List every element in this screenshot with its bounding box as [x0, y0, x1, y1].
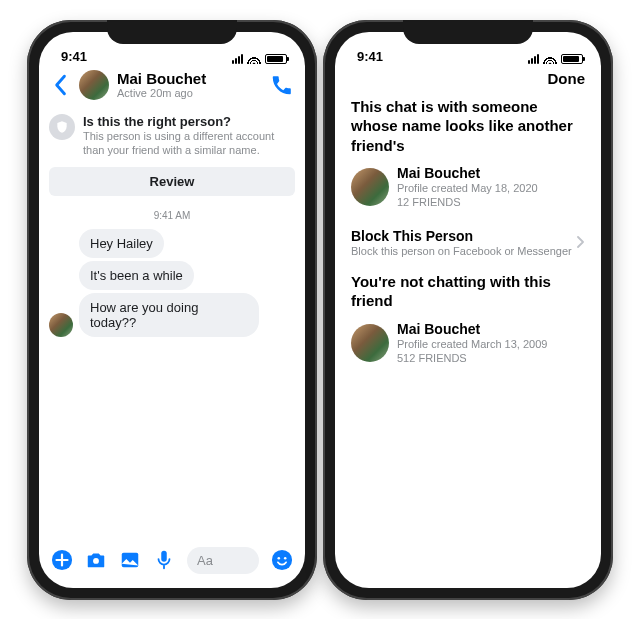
screen-chat: 9:41 Mai Bouchet Active 20m ago	[39, 32, 305, 588]
person-created: Profile created May 18, 2020	[397, 181, 538, 195]
block-title: Block This Person	[351, 228, 572, 244]
mic-button[interactable]	[153, 549, 175, 571]
message-row: It's been a while	[49, 261, 295, 290]
cellular-icon	[528, 54, 539, 64]
person-real[interactable]: Mai Bouchet Profile created March 13, 20…	[351, 321, 585, 366]
person-friends: 512 FRIENDS	[397, 351, 547, 365]
avatar[interactable]	[49, 313, 73, 337]
wifi-icon	[247, 54, 261, 64]
warning-subtitle: This person is using a different account…	[83, 129, 295, 158]
chevron-right-icon	[577, 234, 585, 252]
composer: Aa	[39, 539, 305, 588]
person-name: Mai Bouchet	[397, 165, 538, 181]
person-name: Mai Bouchet	[397, 321, 547, 337]
contact-name: Mai Bouchet	[117, 70, 263, 87]
contact-presence: Active 20m ago	[117, 87, 263, 100]
screen-detail: 9:41 Done This chat is with someone whos…	[335, 32, 601, 588]
block-subtitle: Block this person on Facebook or Messeng…	[351, 244, 572, 258]
back-button[interactable]	[49, 74, 71, 96]
notch	[107, 20, 237, 44]
message-input[interactable]: Aa	[187, 547, 259, 574]
status-right	[232, 54, 287, 64]
avatar[interactable]	[79, 70, 109, 100]
battery-icon	[561, 54, 583, 64]
message-bubble[interactable]: Hey Hailey	[79, 229, 164, 258]
phone-left: 9:41 Mai Bouchet Active 20m ago	[27, 20, 317, 600]
cellular-icon	[232, 54, 243, 64]
review-button[interactable]: Review	[49, 167, 295, 196]
section-title: This chat is with someone whose name loo…	[351, 97, 585, 156]
header-text[interactable]: Mai Bouchet Active 20m ago	[117, 70, 263, 100]
message-bubble[interactable]: How are you doing today??	[79, 293, 259, 337]
message-bubble[interactable]: It's been a while	[79, 261, 194, 290]
svg-point-6	[284, 557, 287, 560]
shield-icon	[49, 114, 75, 140]
impersonation-warning: Is this the right person? This person is…	[39, 108, 305, 158]
gallery-button[interactable]	[119, 549, 141, 571]
wifi-icon	[543, 54, 557, 64]
message-row: Hey Hailey	[49, 229, 295, 258]
status-right	[528, 54, 583, 64]
svg-point-1	[93, 558, 99, 564]
section-title: You're not chatting with this friend	[351, 272, 585, 311]
warning-title: Is this the right person?	[83, 114, 295, 129]
svg-rect-3	[161, 551, 167, 562]
person-suspect[interactable]: Mai Bouchet Profile created May 18, 2020…	[351, 165, 585, 210]
block-person-row[interactable]: Block This Person Block this person on F…	[335, 220, 601, 272]
svg-point-4	[272, 550, 292, 570]
avatar	[351, 324, 389, 362]
battery-icon	[265, 54, 287, 64]
status-time: 9:41	[61, 49, 87, 64]
nav-bar: Done	[335, 66, 601, 97]
person-friends: 12 FRIENDS	[397, 195, 538, 209]
add-button[interactable]	[51, 549, 73, 571]
done-button[interactable]: Done	[548, 70, 586, 87]
phone-right: 9:41 Done This chat is with someone whos…	[323, 20, 613, 600]
svg-point-5	[278, 557, 281, 560]
timestamp: 9:41 AM	[39, 210, 305, 221]
notch	[403, 20, 533, 44]
camera-button[interactable]	[85, 549, 107, 571]
emoji-button[interactable]	[271, 549, 293, 571]
message-row: How are you doing today??	[49, 293, 295, 337]
avatar	[351, 168, 389, 206]
message-list: Hey Hailey It's been a while How are you…	[39, 229, 305, 340]
chat-header: Mai Bouchet Active 20m ago	[39, 66, 305, 108]
call-button[interactable]	[271, 74, 293, 96]
person-created: Profile created March 13, 2009	[397, 337, 547, 351]
status-time: 9:41	[357, 49, 383, 64]
